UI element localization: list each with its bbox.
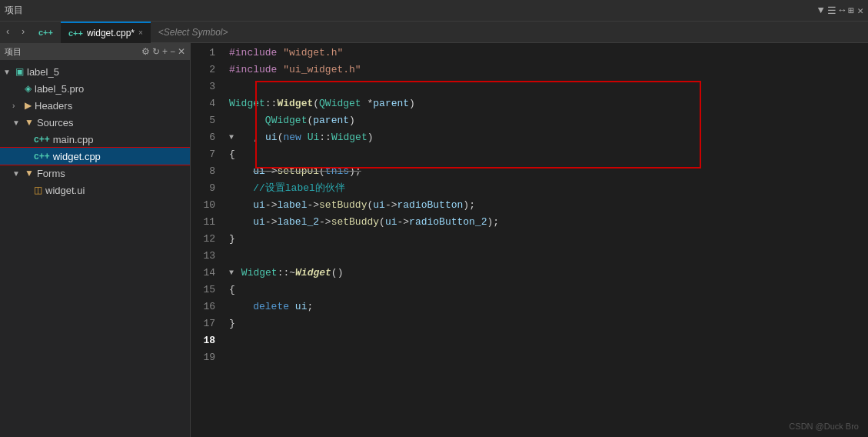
cpp-icon: c++	[34, 134, 50, 145]
filter-icon[interactable]: ▼	[818, 5, 824, 17]
refresh-icon[interactable]: ↻	[152, 46, 160, 57]
code-line-4: Widget::Widget(QWidget *parent)	[229, 95, 868, 112]
code-line-12: }	[229, 231, 868, 248]
code-line-5: : QWidget(parent)	[229, 112, 868, 129]
code-line-6: ▼ , ui(new Ui::Widget)	[229, 129, 868, 146]
tab-widget-cpp[interactable]: c++ widget.cpp* ×	[61, 22, 151, 43]
code-line-18	[229, 332, 868, 349]
code-area: 1 2 3 4 5 6 7 8 9 10 11 12 13 14 15 16 1…	[191, 43, 868, 437]
sidebar: 项目 ⚙ ↻ + − ✕ ▼ ▣ label_5 ◈ label_5.pro	[0, 43, 191, 437]
pro-icon: ◈	[25, 83, 32, 94]
tree-item-main-cpp[interactable]: c++ main.cpp	[0, 131, 190, 148]
ln-19: 19	[191, 349, 215, 366]
code-line-8: ui->setupUi(this);	[229, 163, 868, 180]
minus-icon[interactable]: −	[170, 46, 175, 57]
tree-item-label: widget.ui	[45, 185, 85, 196]
tree-item-pro[interactable]: ◈ label_5.pro	[0, 80, 190, 97]
folder-icon: ▼	[25, 117, 34, 128]
sidebar-header: 项目 ⚙ ↻ + − ✕	[0, 43, 190, 60]
ln-10: 10	[191, 197, 215, 214]
tab-inactive-cpp-icon: c++	[38, 28, 53, 37]
ln-7: 7	[191, 146, 215, 163]
tree-item-label: Headers	[35, 100, 72, 112]
tree-item-sources[interactable]: ▼ ▼ Sources	[0, 114, 190, 131]
ln-13: 13	[191, 248, 215, 265]
tree-item-label: widget.cpp	[53, 151, 101, 162]
tree-item-label: label_5.pro	[35, 83, 84, 95]
line-numbers: 1 2 3 4 5 6 7 8 9 10 11 12 13 14 15 16 1…	[191, 43, 221, 437]
ln-9: 9	[191, 180, 215, 197]
ln-18: 18	[191, 332, 215, 349]
toolbar-title: 项目	[5, 4, 23, 17]
ln-16: 16	[191, 299, 215, 315]
filter-icon[interactable]: ⚙	[141, 46, 150, 57]
tree-item-label5[interactable]: ▼ ▣ label_5	[0, 63, 190, 80]
ln-6: 6	[191, 129, 215, 146]
cpp-icon: c++	[34, 151, 50, 162]
sync-icon[interactable]: ↔	[840, 5, 846, 17]
ln-1: 1	[191, 45, 215, 62]
arrow-icon: ▼	[3, 68, 12, 76]
tree-item-label: Sources	[37, 117, 74, 128]
arrow-icon: ▼	[12, 118, 22, 127]
arrow-icon: ›	[12, 102, 22, 110]
code-line-2: #include "ui_widget.h"	[229, 62, 868, 78]
ln-4: 4	[191, 95, 215, 112]
code-line-3	[229, 78, 868, 95]
tree-item-label: label_5	[27, 66, 59, 78]
code-line-10: ui->label->setBuddy(ui->radioButton);	[229, 197, 868, 214]
code-line-17: }	[229, 315, 868, 332]
tree-item-widget-cpp[interactable]: c++ widget.cpp	[0, 148, 190, 165]
tab-inactive[interactable]: c++	[31, 22, 61, 43]
ln-15: 15	[191, 282, 215, 299]
tabbar: ‹ › c++ c++ widget.cpp* × <Select Symbol…	[0, 22, 868, 43]
tree-item-label: main.cpp	[53, 134, 94, 145]
ln-8: 8	[191, 163, 215, 180]
code-line-19	[229, 349, 868, 366]
code-line-1: #include "widget.h"	[229, 45, 868, 62]
code-editor[interactable]: 1 2 3 4 5 6 7 8 9 10 11 12 13 14 15 16 1…	[191, 43, 868, 437]
close-icon[interactable]: ✕	[857, 5, 863, 17]
sidebar-header-icons: ⚙ ↻ + − ✕	[141, 46, 185, 57]
main-area: 项目 ⚙ ↻ + − ✕ ▼ ▣ label_5 ◈ label_5.pro	[0, 43, 868, 437]
code-line-14: ▼ Widget::~Widget()	[229, 265, 868, 282]
file-tree: ▼ ▣ label_5 ◈ label_5.pro › ▶ Headers ▼ …	[0, 60, 190, 202]
layout-icon[interactable]: ⊞	[848, 5, 854, 17]
toolbar: 项目 ▼ ☰ ↔ ⊞ ✕	[0, 0, 868, 22]
tab-active-cpp-icon: c++	[68, 28, 83, 38]
code-line-9: //设置label的伙伴	[229, 180, 868, 197]
project-icon: ▣	[15, 66, 24, 77]
watermark: CSDN @Duck Bro	[789, 422, 859, 431]
tree-item-label: Forms	[37, 168, 65, 179]
ln-3: 3	[191, 78, 215, 95]
menu-icon[interactable]: ☰	[827, 5, 836, 17]
code-line-15: {	[229, 282, 868, 299]
tree-item-widget-ui[interactable]: ◫ widget.ui	[0, 182, 190, 198]
ln-12: 12	[191, 231, 215, 248]
tree-item-forms[interactable]: ▼ ▼ Forms	[0, 165, 190, 182]
tab-nav-left[interactable]: ‹	[0, 22, 15, 43]
code-content[interactable]: #include "widget.h" #include "ui_widget.…	[221, 43, 868, 437]
ln-5: 5	[191, 112, 215, 129]
ui-icon: ◫	[34, 185, 42, 195]
code-line-16: delete ui;	[229, 299, 868, 315]
sidebar-header-title: 项目	[5, 46, 22, 58]
ln-14: 14	[191, 265, 215, 282]
symbol-select[interactable]: <Select Symbol>	[158, 27, 228, 38]
code-line-7: {	[229, 146, 868, 163]
folder-icon: ▶	[25, 100, 32, 111]
code-line-13	[229, 248, 868, 265]
ln-11: 11	[191, 214, 215, 231]
ln-17: 17	[191, 315, 215, 332]
tab-nav-right[interactable]: ›	[15, 22, 31, 43]
tab-active-label: widget.cpp*	[87, 28, 135, 38]
folder-icon: ▼	[25, 168, 34, 178]
tab-close-button[interactable]: ×	[138, 28, 143, 37]
ln-2: 2	[191, 62, 215, 78]
add-icon[interactable]: +	[162, 46, 168, 57]
toolbar-icons: ▼ ☰ ↔ ⊞ ✕	[818, 5, 863, 17]
tree-item-headers[interactable]: › ▶ Headers	[0, 97, 190, 114]
close-panel-icon[interactable]: ✕	[178, 46, 185, 57]
code-line-11: ui->label_2->setBuddy(ui->radioButton_2)…	[229, 214, 868, 231]
arrow-icon: ▼	[12, 169, 22, 178]
